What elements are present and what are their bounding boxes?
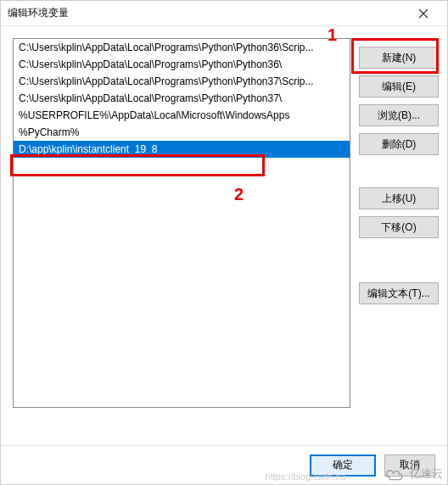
dialog-content: C:\Users\kplin\AppData\Local\Programs\Py… <box>1 26 447 445</box>
path-list-item[interactable]: C:\Users\kplin\AppData\Local\Programs\Py… <box>14 39 350 56</box>
list-area: C:\Users\kplin\AppData\Local\Programs\Py… <box>13 38 350 437</box>
path-list-item[interactable]: D:\app\kplin\instantclient_19_8 <box>14 141 350 158</box>
path-list-item[interactable]: %PyCharm% <box>14 124 350 141</box>
env-var-dialog: 编辑环境变量 C:\Users\kplin\AppData\Local\Prog… <box>0 0 448 485</box>
move-down-button[interactable]: 下移(O) <box>359 216 439 238</box>
new-button[interactable]: 新建(N) <box>359 47 439 69</box>
edit-button[interactable]: 编辑(E) <box>359 75 439 98</box>
close-icon <box>418 8 428 19</box>
path-list-item[interactable]: C:\Users\kplin\AppData\Local\Programs\Py… <box>14 56 350 73</box>
path-list-item[interactable]: C:\Users\kplin\AppData\Local\Programs\Py… <box>14 90 350 107</box>
title-bar: 编辑环境变量 <box>1 1 447 26</box>
watermark-brand: 亿速云 <box>383 466 443 482</box>
move-up-button[interactable]: 上移(U) <box>359 187 439 209</box>
close-button[interactable] <box>406 2 440 25</box>
edit-text-button[interactable]: 编辑文本(T)... <box>359 282 439 304</box>
browse-button[interactable]: 浏览(B)... <box>359 104 439 126</box>
path-list-item[interactable]: %USERPROFILE%\AppData\Local\Microsoft\Wi… <box>14 107 350 124</box>
path-list-item[interactable]: C:\Users\kplin\AppData\Local\Programs\Py… <box>14 73 350 90</box>
bottom-bar: 确定 取消 <box>1 445 447 484</box>
path-list[interactable]: C:\Users\kplin\AppData\Local\Programs\Py… <box>13 38 350 408</box>
cloud-icon <box>383 467 406 481</box>
button-column: 新建(N) 编辑(E) 浏览(B)... 删除(D) 上移(U) 下移(O) 编… <box>359 38 439 437</box>
delete-button[interactable]: 删除(D) <box>359 133 439 155</box>
dialog-title: 编辑环境变量 <box>8 6 69 20</box>
watermark-url: https://blog.csdn.ne <box>266 471 346 482</box>
